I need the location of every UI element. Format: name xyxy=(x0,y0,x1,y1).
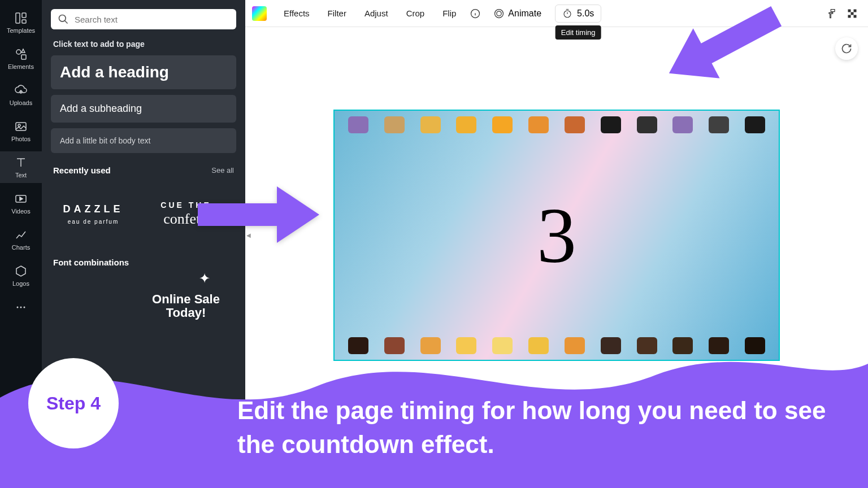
svg-rect-18 xyxy=(851,12,854,15)
font-combo-1[interactable] xyxy=(51,275,136,337)
film-perforations-bottom xyxy=(335,332,779,360)
format-painter-button[interactable] xyxy=(826,8,837,19)
videos-icon xyxy=(14,192,28,206)
svg-rect-17 xyxy=(854,9,857,12)
nav-photos[interactable]: Photos xyxy=(0,115,42,147)
svg-rect-2 xyxy=(22,20,26,23)
svg-rect-1 xyxy=(22,13,26,18)
search-icon xyxy=(58,14,69,25)
nav-logos[interactable]: Logos xyxy=(0,260,42,291)
svg-point-14 xyxy=(497,11,501,15)
nav-text[interactable]: Text xyxy=(0,151,42,183)
see-all-link[interactable]: See all xyxy=(211,166,234,175)
search-box[interactable] xyxy=(51,9,236,29)
svg-rect-4 xyxy=(21,55,26,59)
annotation-arrow-right xyxy=(192,181,322,251)
charts-icon xyxy=(14,228,28,242)
add-subheading-button[interactable]: Add a subheading xyxy=(51,95,236,123)
svg-point-9 xyxy=(20,307,22,308)
countdown-number: 3 xyxy=(537,190,576,281)
instruction-text: Edit the page timing for how long you ne… xyxy=(237,394,834,461)
info-icon xyxy=(470,8,481,19)
font-combinations-heading: Font combinations xyxy=(53,258,129,267)
format-painter-icon xyxy=(826,7,837,20)
recently-used-heading: Recently used xyxy=(53,165,111,175)
nav-elements[interactable]: Elements xyxy=(0,43,42,75)
add-heading-button[interactable]: Add a heading xyxy=(51,55,236,89)
recent-template-dazzle[interactable]: DAZZLE eau de parfum xyxy=(51,183,136,245)
flip-button[interactable]: Flip xyxy=(435,5,464,21)
add-body-text-button[interactable]: Add a little bit of body text xyxy=(51,128,236,153)
step-badge: Step 4 xyxy=(28,358,119,448)
filter-button[interactable]: Filter xyxy=(320,5,354,21)
adjust-button[interactable]: Adjust xyxy=(357,5,396,21)
font-combo-online-sale[interactable]: ✦ Online Sale Today! xyxy=(144,275,228,337)
annotation-arrow-topright xyxy=(659,5,789,86)
color-picker-button[interactable] xyxy=(252,6,267,21)
svg-point-13 xyxy=(495,9,504,18)
effects-button[interactable]: Effects xyxy=(276,5,318,21)
timing-button[interactable]: 5.0s Edit timing xyxy=(555,5,601,23)
elements-icon xyxy=(14,47,28,61)
nav-templates[interactable]: Templates xyxy=(0,7,42,38)
more-icon xyxy=(14,300,28,314)
svg-point-6 xyxy=(18,124,20,127)
crop-button[interactable]: Crop xyxy=(398,5,433,21)
svg-rect-16 xyxy=(848,9,851,12)
svg-rect-19 xyxy=(848,15,851,18)
templates-icon xyxy=(14,11,28,25)
svg-point-11 xyxy=(59,15,66,22)
canvas-viewport[interactable]: ◀ 3 xyxy=(245,27,868,443)
transparency-button[interactable] xyxy=(847,8,858,19)
svg-rect-20 xyxy=(854,15,857,18)
nav-charts[interactable]: Charts xyxy=(0,224,42,255)
transparency-icon xyxy=(847,7,858,20)
logos-icon xyxy=(14,264,28,278)
sparkle-icon: ✦ xyxy=(199,271,210,286)
panel-hint: Click text to add to page xyxy=(53,40,236,49)
stopwatch-icon xyxy=(562,8,572,19)
text-icon xyxy=(14,156,28,169)
svg-point-3 xyxy=(16,50,21,54)
animate-button[interactable]: Animate xyxy=(487,5,548,23)
uploads-icon xyxy=(14,84,28,97)
nav-videos[interactable]: Videos xyxy=(0,188,42,219)
search-input[interactable] xyxy=(75,15,229,24)
info-button[interactable] xyxy=(470,8,481,19)
photos-icon xyxy=(14,120,28,133)
nav-more[interactable] xyxy=(0,296,42,319)
animate-icon xyxy=(493,8,505,19)
film-perforations-top xyxy=(335,111,779,139)
svg-point-10 xyxy=(24,307,25,308)
svg-rect-0 xyxy=(16,13,20,23)
selected-frame[interactable]: 3 xyxy=(333,110,780,361)
refresh-icon xyxy=(841,43,852,54)
reset-button[interactable] xyxy=(835,37,858,60)
svg-point-8 xyxy=(17,307,19,308)
nav-uploads[interactable]: Uploads xyxy=(0,79,42,111)
